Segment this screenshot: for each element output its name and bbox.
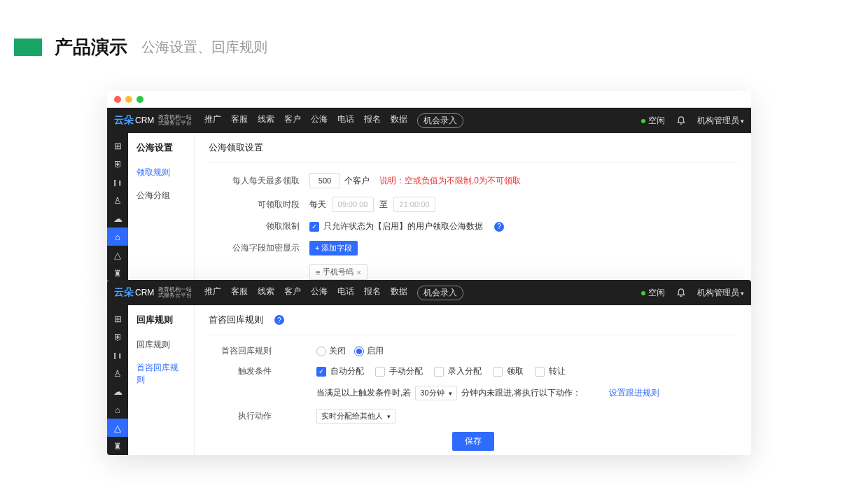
content-area: 公海领取设置 每人每天最多领取 个客户 说明：空或负值为不限制,0为不可领取 可… xyxy=(195,133,751,282)
logo-mark: 云朵 xyxy=(114,114,134,127)
checkbox-transfer[interactable] xyxy=(535,367,545,377)
nav-item[interactable]: 公海 xyxy=(311,286,328,300)
nav-item[interactable]: 电话 xyxy=(337,113,354,128)
nav-item[interactable]: 客服 xyxy=(231,113,248,128)
nav-item[interactable]: 线索 xyxy=(258,113,274,128)
sidebar-item-groups[interactable]: 公海分组 xyxy=(128,184,194,207)
nav-item[interactable]: 电话 xyxy=(337,286,354,300)
rail-user-icon[interactable]: ♙ xyxy=(107,192,128,210)
logo-subtitle: 教育机构一站 式服务云平台 xyxy=(158,287,192,298)
label-claim-restrict: 领取限制 xyxy=(209,220,300,232)
icon-rail: ⊞ ⛨ ⫿⫾ ♙ ☁ ⌂ △ ♜ xyxy=(107,133,128,282)
radio-off-label: 关闭 xyxy=(329,345,346,357)
nav-item[interactable]: 报名 xyxy=(364,113,381,128)
brand-logo[interactable]: 云朵CRM 教育机构一站 式服务云平台 xyxy=(114,286,192,299)
label-mask-fields: 公海字段加密显示 xyxy=(209,242,300,254)
nav-item[interactable]: 数据 xyxy=(391,113,407,128)
checkbox-auto[interactable]: ✓ xyxy=(316,367,326,377)
traffic-max-icon[interactable] xyxy=(136,96,144,103)
traffic-close-icon[interactable] xyxy=(114,96,121,103)
logo-subtitle: 教育机构一站 式服务云平台 xyxy=(158,115,192,126)
slide-subtitle: 公海设置、回库规则 xyxy=(141,38,267,57)
nav-item[interactable]: 线索 xyxy=(258,286,274,300)
slide-title: 产品演示 xyxy=(55,35,127,59)
brand-logo[interactable]: 云朵CRM 教育机构一站 式服务云平台 xyxy=(114,114,192,127)
nav-pill-opportunity[interactable]: 机会录入 xyxy=(417,286,463,300)
sidebar-item-first-return-rule[interactable]: 首咨回库规则 xyxy=(128,356,194,391)
radio-on[interactable] xyxy=(354,346,364,356)
checkbox-manual[interactable] xyxy=(375,367,385,377)
left-sidebar: 公海设置 领取规则 公海分组 xyxy=(128,133,195,282)
chevron-down-icon: ▾ xyxy=(387,413,391,420)
rail-dashboard-icon[interactable]: ⊞ xyxy=(107,309,128,328)
nav-item[interactable]: 报名 xyxy=(364,286,381,300)
nav-item[interactable]: 客户 xyxy=(284,286,301,300)
input-time-from[interactable] xyxy=(332,197,374,212)
bell-icon[interactable] xyxy=(676,115,686,127)
content-title: 公海领取设置 xyxy=(209,140,737,163)
nav-item[interactable]: 数据 xyxy=(391,286,407,300)
tag-remove-icon[interactable]: × xyxy=(356,268,360,276)
rail-chart-icon[interactable]: ⫿⫾ xyxy=(107,346,128,364)
user-menu[interactable]: 机构管理员▾ xyxy=(697,287,744,299)
rail-recycle-icon[interactable]: △ xyxy=(107,419,128,437)
bell-icon[interactable] xyxy=(676,287,686,299)
unit-text: 个客户 xyxy=(344,175,370,187)
content-area: 首咨回库规则 ? 首咨回库规则 关闭 启用 触发条件 ✓自动分配 手动分配 xyxy=(195,305,751,455)
nav-item[interactable]: 公海 xyxy=(311,113,328,128)
rail-shield-icon[interactable]: ⛨ xyxy=(107,155,128,174)
radio-off[interactable] xyxy=(316,346,326,356)
rail-home-icon[interactable]: ⌂ xyxy=(107,227,128,246)
checkbox-only-enabled[interactable]: ✓ xyxy=(309,222,319,232)
rail-dashboard-icon[interactable]: ⊞ xyxy=(107,137,128,155)
restrict-text: 只允许状态为【启用】的用户领取公海数据 xyxy=(323,220,483,232)
daily-text: 每天 xyxy=(309,199,326,211)
rail-recycle-icon[interactable]: △ xyxy=(107,246,128,264)
drag-icon[interactable]: ≡ xyxy=(316,268,320,276)
rail-user-icon[interactable]: ♙ xyxy=(107,364,128,382)
help-icon[interactable]: ? xyxy=(274,315,284,325)
input-time-to[interactable] xyxy=(393,197,435,212)
sidebar-item-return-rule[interactable]: 回库规则 xyxy=(128,333,194,356)
online-status[interactable]: 空闲 xyxy=(641,287,665,299)
limit-note: 说明：空或负值为不限制,0为不可领取 xyxy=(379,175,521,187)
add-field-button[interactable]: + 添加字段 xyxy=(309,241,358,255)
rail-chart-icon[interactable]: ⫿⫾ xyxy=(107,174,128,192)
checkbox-claim[interactable] xyxy=(493,367,503,377)
accent-block xyxy=(14,38,42,56)
action-text-2: 分钟内未跟进,将执行以下动作： xyxy=(461,387,581,399)
checkbox-input[interactable] xyxy=(434,367,444,377)
nav-pill-opportunity[interactable]: 机会录入 xyxy=(417,113,463,128)
help-icon[interactable]: ? xyxy=(494,222,504,232)
status-dot-icon xyxy=(641,119,645,123)
dropdown-minutes[interactable]: 30分钟▾ xyxy=(415,386,456,400)
chevron-down-icon: ▾ xyxy=(741,118,744,125)
nav-item[interactable]: 客户 xyxy=(284,113,301,128)
rail-cloud-icon[interactable]: ☁ xyxy=(107,382,128,400)
row-save: 保存 xyxy=(209,432,737,451)
traffic-min-icon[interactable] xyxy=(125,96,132,103)
save-button[interactable]: 保存 xyxy=(452,432,494,451)
label-claim-time: 可领取时段 xyxy=(209,199,300,211)
online-status[interactable]: 空闲 xyxy=(641,115,665,127)
dropdown-action[interactable]: 实时分配给其他人▾ xyxy=(316,409,396,424)
content-title: 首咨回库规则 ? xyxy=(209,312,737,335)
chevron-down-icon: ▾ xyxy=(449,390,452,397)
nav-item[interactable]: 推广 xyxy=(204,286,221,300)
link-set-followup[interactable]: 设置跟进规则 xyxy=(609,387,659,399)
label-action: 执行动作 xyxy=(209,410,272,422)
rail-shield-icon[interactable]: ⛨ xyxy=(107,328,128,346)
nav-item[interactable]: 推广 xyxy=(204,113,221,128)
row-trigger: 触发条件 ✓自动分配 手动分配 录入分配 领取 转让 xyxy=(209,365,737,377)
row-daily-limit: 每人每天最多领取 个客户 说明：空或负值为不限制,0为不可领取 xyxy=(209,173,737,188)
sidebar-title: 回库规则 xyxy=(128,305,194,333)
sidebar-item-claim-rule[interactable]: 领取规则 xyxy=(128,161,194,184)
rail-cloud-icon[interactable]: ☁ xyxy=(107,210,128,228)
logo-mark: 云朵 xyxy=(114,286,134,299)
nav-item[interactable]: 客服 xyxy=(231,286,248,300)
rail-home-icon[interactable]: ⌂ xyxy=(107,400,128,419)
input-daily-limit[interactable] xyxy=(309,173,340,188)
icon-rail: ⊞ ⛨ ⫿⫾ ♙ ☁ ⌂ △ ♜ xyxy=(107,305,128,455)
user-menu[interactable]: 机构管理员▾ xyxy=(697,115,744,127)
rail-person-icon[interactable]: ♜ xyxy=(107,437,128,455)
